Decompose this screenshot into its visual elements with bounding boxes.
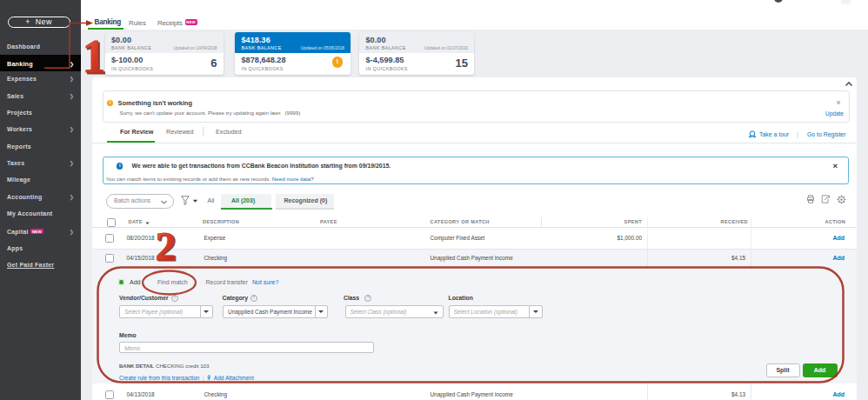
svg-text:1: 1	[83, 30, 106, 83]
svg-text:2: 2	[156, 223, 177, 269]
